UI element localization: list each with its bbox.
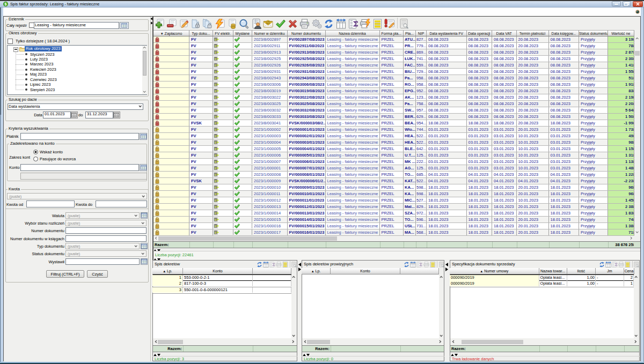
svg-text:E: E <box>215 96 217 99</box>
svg-text:$: $ <box>5 2 7 6</box>
svg-text:E: E <box>215 231 217 234</box>
svg-text:E: E <box>215 225 217 228</box>
svg-text:E: E <box>215 147 217 151</box>
svg-text:E: E <box>215 205 217 209</box>
svg-text:E: E <box>215 90 217 93</box>
svg-text:E: E <box>215 135 217 138</box>
svg-text:E: E <box>215 57 217 61</box>
svg-text:E: E <box>215 154 217 157</box>
svg-text:E: E <box>215 70 217 73</box>
svg-text:E: E <box>215 218 217 221</box>
svg-text:E: E <box>215 180 217 183</box>
svg-text:E: E <box>215 160 217 164</box>
svg-text:E: E <box>215 122 217 125</box>
svg-text:E: E <box>215 192 217 196</box>
svg-text:E: E <box>215 64 217 67</box>
svg-text:E: E <box>215 83 217 86</box>
svg-text:E: E <box>215 212 217 215</box>
svg-text:E: E <box>215 199 217 202</box>
svg-text:E: E <box>215 38 217 41</box>
svg-text:E: E <box>215 173 217 176</box>
svg-text:E: E <box>215 77 217 80</box>
svg-text:E: E <box>215 115 217 118</box>
svg-text:E: E <box>215 109 217 112</box>
svg-text:E: E <box>215 167 217 170</box>
svg-text:@: @ <box>266 20 270 24</box>
svg-text:E: E <box>215 141 217 144</box>
svg-text:E: E <box>215 186 217 189</box>
svg-text:E: E <box>215 51 217 54</box>
svg-text:E: E <box>215 128 217 131</box>
svg-text:E: E <box>215 44 217 48</box>
svg-text:E: E <box>215 102 217 106</box>
